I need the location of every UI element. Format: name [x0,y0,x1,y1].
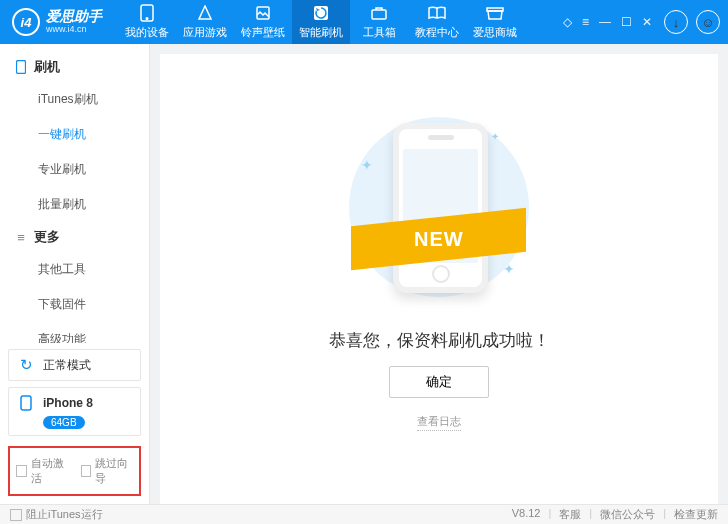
sidebar-item-other-tools[interactable]: 其他工具 [0,252,149,287]
logo-text: i4 [21,15,32,30]
sidebar-section-more: ≡ 更多 [0,222,149,252]
main-pane: ✦ ✦ ✦ NEW 恭喜您，保资料刷机成功啦！ 确定 查看日志 [150,44,728,504]
checkbox-label: 阻止iTunes运行 [26,507,103,522]
nav-label: 铃声壁纸 [241,25,285,40]
brand-block: 爱思助手 www.i4.cn [46,9,102,34]
nav-apps[interactable]: 应用游戏 [176,0,234,44]
close-icon[interactable]: ✕ [642,15,652,29]
checkbox-icon [81,465,92,477]
sidebar-item-batch-flash[interactable]: 批量刷机 [0,187,149,222]
sidebar-item-itunes-flash[interactable]: iTunes刷机 [0,82,149,117]
phone-illustration [393,123,488,293]
version-label: V8.12 [512,507,541,522]
sidebar-section-title: 更多 [34,228,60,246]
titlebar: i4 爱思助手 www.i4.cn 我的设备 应用游戏 铃声壁纸 智能刷机 工具… [0,0,728,44]
wallpaper-icon [254,4,272,22]
maximize-icon[interactable]: ☐ [621,15,632,29]
sidebar-item-advanced[interactable]: 高级功能 [0,322,149,343]
store-icon [486,4,504,22]
device-name: iPhone 8 [43,396,93,410]
sidebar-item-download-firmware[interactable]: 下载固件 [0,287,149,322]
sidebar: 刷机 iTunes刷机 一键刷机 专业刷机 批量刷机 ≡ 更多 其他工具 下载固… [0,44,150,504]
toolbox-icon [370,4,388,22]
block-itunes-checkbox[interactable]: 阻止iTunes运行 [10,507,103,522]
wechat-link[interactable]: 微信公众号 [600,507,655,522]
checkbox-label: 自动激活 [31,456,69,486]
brand-cn: 爱思助手 [46,9,102,24]
auto-activate-checkbox[interactable]: 自动激活 [16,456,69,486]
nav-label: 应用游戏 [183,25,227,40]
checkbox-icon [16,465,27,477]
apps-icon [196,4,214,22]
nav-store[interactable]: 爱思商城 [466,0,524,44]
sparkle-icon: ✦ [503,261,515,277]
user-icon[interactable]: ☺ [696,10,720,34]
device-box[interactable]: iPhone 8 64GB [8,387,141,436]
brand-en: www.i4.cn [46,25,102,35]
svg-rect-5 [17,61,26,74]
storage-badge: 64GB [43,416,85,429]
phone-icon [17,394,35,412]
check-update-link[interactable]: 检查更新 [674,507,718,522]
nav-ringtones[interactable]: 铃声壁纸 [234,0,292,44]
logo-icon: i4 [12,8,40,36]
checkbox-label: 跳过向导 [95,456,133,486]
nav-label: 智能刷机 [299,25,343,40]
nav: 我的设备 应用游戏 铃声壁纸 智能刷机 工具箱 教程中心 爱思商城 [118,0,563,44]
download-icon[interactable]: ↓ [664,10,688,34]
more-icon: ≡ [14,230,28,244]
support-link[interactable]: 客服 [559,507,581,522]
minimize-icon[interactable]: — [599,15,611,29]
phone-icon [138,4,156,22]
window-controls: ◇ ≡ — ☐ ✕ [563,15,656,29]
sparkle-icon: ✦ [361,157,373,173]
svg-point-1 [146,18,148,20]
options-box: 自动激活 跳过向导 [8,446,141,496]
svg-rect-4 [372,10,386,19]
book-icon [428,4,446,22]
sidebar-item-one-click-flash[interactable]: 一键刷机 [0,117,149,152]
ok-button[interactable]: 确定 [389,366,489,398]
nav-label: 工具箱 [363,25,396,40]
device-mode[interactable]: ↻ 正常模式 [8,349,141,381]
refresh-icon [312,4,330,22]
skip-wizard-checkbox[interactable]: 跳过向导 [81,456,134,486]
result-card: ✦ ✦ ✦ NEW 恭喜您，保资料刷机成功啦！ 确定 查看日志 [160,54,718,504]
svg-rect-6 [21,396,31,410]
sidebar-item-pro-flash[interactable]: 专业刷机 [0,152,149,187]
checkbox-icon [10,509,22,521]
sidebar-scroll: 刷机 iTunes刷机 一键刷机 专业刷机 批量刷机 ≡ 更多 其他工具 下载固… [0,44,149,343]
ribbon-label: NEW [414,228,464,251]
nav-my-device[interactable]: 我的设备 [118,0,176,44]
nav-label: 爱思商城 [473,25,517,40]
statusbar: 阻止iTunes运行 V8.12| 客服| 微信公众号| 检查更新 [0,504,728,524]
skin-icon[interactable]: ◇ [563,15,572,29]
nav-label: 教程中心 [415,25,459,40]
nav-label: 我的设备 [125,25,169,40]
success-message: 恭喜您，保资料刷机成功啦！ [329,329,550,352]
nav-tutorials[interactable]: 教程中心 [408,0,466,44]
sidebar-section-flash: 刷机 [0,52,149,82]
body: 刷机 iTunes刷机 一键刷机 专业刷机 批量刷机 ≡ 更多 其他工具 下载固… [0,44,728,504]
titlebar-circles: ↓ ☺ [664,10,720,34]
illustration: ✦ ✦ ✦ NEW [339,107,539,307]
mode-label: 正常模式 [43,357,91,374]
refresh-icon: ↻ [17,356,35,374]
nav-toolbox[interactable]: 工具箱 [350,0,408,44]
nav-flash[interactable]: 智能刷机 [292,0,350,44]
sparkle-icon: ✦ [491,131,499,142]
menu-icon[interactable]: ≡ [582,15,589,29]
view-log-link[interactable]: 查看日志 [417,414,461,431]
phone-icon [14,60,28,74]
sidebar-section-title: 刷机 [34,58,60,76]
